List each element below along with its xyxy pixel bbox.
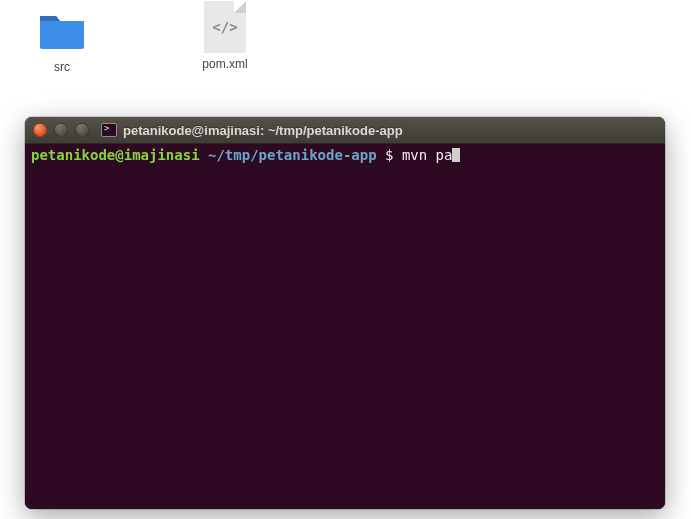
terminal-icon xyxy=(101,123,117,137)
window-title: petanikode@imajinasi: ~/tmp/petanikode-a… xyxy=(123,123,403,138)
prompt-path: ~/tmp/petanikode-app xyxy=(208,147,377,163)
prompt-separator: $ xyxy=(377,147,402,163)
file-label: pom.xml xyxy=(202,57,247,71)
folder-src[interactable]: src xyxy=(22,6,102,74)
xml-file-icon: </> xyxy=(201,3,249,51)
close-button[interactable] xyxy=(33,123,47,137)
code-badge: </> xyxy=(212,19,237,35)
minimize-button[interactable] xyxy=(54,123,68,137)
maximize-button[interactable] xyxy=(75,123,89,137)
file-pom-xml[interactable]: </> pom.xml xyxy=(185,3,265,71)
folder-label: src xyxy=(54,60,70,74)
cursor xyxy=(452,148,460,162)
prompt-user: petanikode@imajinasi xyxy=(31,147,200,163)
folder-icon xyxy=(38,6,86,54)
window-controls xyxy=(25,123,97,137)
terminal-command: mvn pa xyxy=(402,147,453,163)
titlebar[interactable]: petanikode@imajinasi: ~/tmp/petanikode-a… xyxy=(25,117,665,144)
terminal-body[interactable]: petanikode@imajinasi ~/tmp/petanikode-ap… xyxy=(25,144,665,509)
terminal-window[interactable]: petanikode@imajinasi: ~/tmp/petanikode-a… xyxy=(25,117,665,509)
